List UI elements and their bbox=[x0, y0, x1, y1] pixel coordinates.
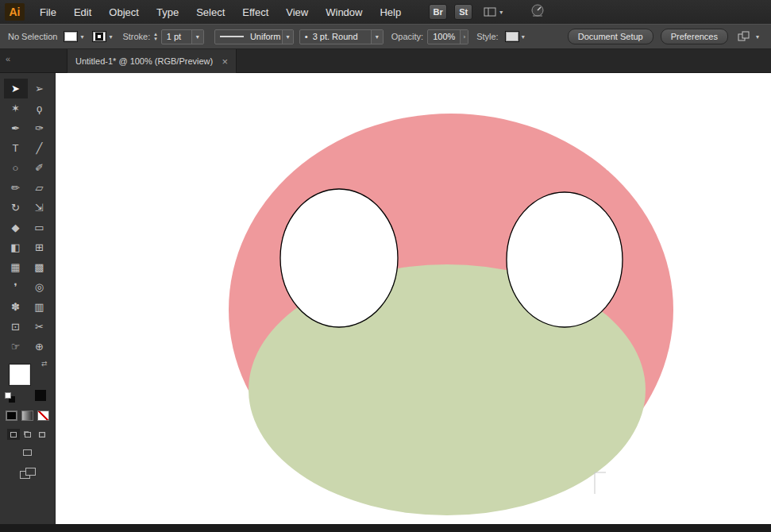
type-tool[interactable]: T bbox=[4, 138, 28, 158]
chevron-down-icon[interactable]: ▾ bbox=[282, 30, 292, 44]
stock-button[interactable]: St bbox=[454, 4, 472, 20]
opacity-field[interactable]: 100% › bbox=[427, 29, 468, 44]
stroke-proxy-swatch[interactable] bbox=[35, 390, 46, 401]
menu-help[interactable]: Help bbox=[371, 0, 410, 24]
rotate-tool[interactable]: ↻ bbox=[4, 198, 28, 218]
chevron-down-icon[interactable]: ▾ bbox=[371, 30, 383, 44]
slice-tool-icon: ✂ bbox=[35, 321, 44, 333]
brush-name: 3 pt. Round bbox=[313, 32, 371, 41]
stepper-down-icon[interactable]: ▾ bbox=[154, 37, 157, 41]
screen-mode-icon bbox=[23, 449, 32, 456]
collapse-panel-icon[interactable]: « bbox=[6, 54, 10, 64]
symbol-sprayer-tool[interactable]: ✽ bbox=[4, 297, 28, 317]
magic-wand-tool[interactable]: ✶ bbox=[4, 98, 28, 118]
default-fill-stroke-icon[interactable] bbox=[5, 392, 15, 403]
tool-grid: ➤➢✶ϙ✒✑T╱○✐✏▱↻⇲◆▭◧⊞▦▩❜◎✽▥⊡✂☞⊕ bbox=[4, 79, 52, 357]
document-tab-title: Untitled-1* @ 100% (RGB/Preview) bbox=[75, 56, 213, 66]
stroke-weight-dropdown[interactable]: 1 pt ▾ bbox=[161, 29, 204, 44]
paintbrush-tool-icon: ✐ bbox=[35, 162, 44, 174]
ellipse-tool-icon: ○ bbox=[13, 162, 19, 174]
menu-edit[interactable]: Edit bbox=[65, 0, 100, 24]
window-arrange-icon[interactable] bbox=[20, 468, 36, 480]
chevron-down-icon[interactable]: ▾ bbox=[191, 30, 203, 44]
opacity-expand-icon[interactable]: › bbox=[460, 30, 468, 44]
selection-tool[interactable]: ➤ bbox=[4, 79, 28, 98]
app-gauge-icon[interactable] bbox=[530, 3, 545, 21]
magic-wand-tool-icon: ✶ bbox=[11, 102, 20, 114]
draw-normal-button[interactable] bbox=[7, 429, 20, 440]
line-segment-tool[interactable]: ╱ bbox=[28, 138, 52, 158]
column-graph-tool[interactable]: ▥ bbox=[28, 297, 52, 317]
fill-proxy-swatch[interactable] bbox=[10, 364, 30, 385]
ellipse-tool[interactable]: ○ bbox=[4, 158, 28, 178]
artwork-svg[interactable] bbox=[56, 73, 771, 524]
stroke-color-control[interactable]: ▾ bbox=[92, 31, 114, 42]
gradient-tool-icon: ▩ bbox=[34, 261, 44, 273]
curvature-tool-icon: ✑ bbox=[35, 122, 44, 134]
draw-behind-button[interactable] bbox=[21, 429, 34, 440]
bridge-button[interactable]: Br bbox=[429, 4, 447, 20]
chevron-down-icon: ▾ bbox=[106, 33, 114, 40]
graphic-style-dropdown[interactable]: ▾ bbox=[505, 31, 527, 42]
fill-color-swatch[interactable] bbox=[64, 31, 78, 42]
artboard-tool[interactable]: ⊡ bbox=[4, 317, 28, 337]
none-button[interactable] bbox=[37, 411, 49, 421]
app-logo: Ai bbox=[5, 3, 25, 21]
left-eye-ellipse[interactable] bbox=[280, 189, 398, 327]
screen-mode-button[interactable] bbox=[21, 447, 35, 458]
width-tool[interactable]: ◆ bbox=[4, 218, 28, 237]
swap-fill-stroke-icon[interactable]: ⇄ bbox=[41, 360, 48, 368]
width-profile-dropdown[interactable]: Uniform ▾ bbox=[214, 29, 294, 44]
direct-selection-tool[interactable]: ➢ bbox=[28, 79, 52, 98]
mesh-tool[interactable]: ▦ bbox=[4, 257, 28, 277]
brush-dropdown[interactable]: • 3 pt. Round ▾ bbox=[299, 29, 384, 44]
menu-effect[interactable]: Effect bbox=[233, 0, 277, 24]
brush-preview-icon: • bbox=[300, 32, 313, 41]
fill-color-control[interactable]: ▾ bbox=[64, 31, 86, 42]
pen-tool[interactable]: ✒ bbox=[4, 118, 28, 138]
blend-tool[interactable]: ◎ bbox=[28, 277, 52, 297]
draw-inside-button[interactable] bbox=[36, 429, 48, 440]
hand-tool[interactable]: ☞ bbox=[4, 337, 28, 357]
scale-tool[interactable]: ⇲ bbox=[28, 198, 52, 218]
right-eye-ellipse[interactable] bbox=[507, 192, 623, 327]
close-icon[interactable]: × bbox=[215, 56, 228, 67]
document-setup-button[interactable]: Document Setup bbox=[568, 29, 653, 44]
arrange-dropdown[interactable]: ▾ bbox=[738, 31, 761, 42]
zoom-tool[interactable]: ⊕ bbox=[28, 337, 52, 357]
stroke-color-swatch[interactable] bbox=[92, 31, 106, 42]
eraser-tool[interactable]: ▱ bbox=[28, 178, 52, 198]
gradient-tool[interactable]: ▩ bbox=[28, 257, 52, 277]
menu-file[interactable]: File bbox=[31, 0, 65, 24]
preferences-button[interactable]: Preferences bbox=[661, 29, 728, 44]
menu-type[interactable]: Type bbox=[148, 0, 187, 24]
menu-object[interactable]: Object bbox=[100, 0, 148, 24]
stroke-weight-stepper[interactable]: ▴ ▾ bbox=[154, 32, 157, 41]
artboard-canvas[interactable] bbox=[56, 73, 771, 524]
curvature-tool[interactable]: ✑ bbox=[28, 118, 52, 138]
free-transform-tool[interactable]: ▭ bbox=[28, 218, 52, 237]
chevron-down-icon: ▾ bbox=[499, 9, 503, 16]
style-label: Style: bbox=[476, 32, 499, 41]
color-button[interactable] bbox=[6, 411, 17, 421]
pencil-tool[interactable]: ✏ bbox=[4, 178, 28, 198]
document-tab[interactable]: Untitled-1* @ 100% (RGB/Preview) × bbox=[67, 49, 237, 73]
paintbrush-tool[interactable]: ✐ bbox=[28, 158, 52, 178]
lasso-tool[interactable]: ϙ bbox=[28, 98, 52, 118]
shape-builder-tool[interactable]: ◧ bbox=[4, 237, 28, 257]
perspective-grid-tool[interactable]: ⊞ bbox=[28, 237, 52, 257]
gradient-button[interactable] bbox=[21, 411, 33, 421]
menu-window[interactable]: Window bbox=[317, 0, 371, 24]
eyedropper-tool[interactable]: ❜ bbox=[4, 277, 28, 297]
menu-select[interactable]: Select bbox=[187, 0, 233, 24]
workspace-switcher[interactable]: ▾ bbox=[484, 7, 503, 17]
rotate-tool-icon: ↻ bbox=[11, 202, 20, 214]
pencil-tool-icon: ✏ bbox=[11, 182, 20, 194]
graphic-style-swatch[interactable] bbox=[505, 31, 519, 42]
menu-items: FileEditObjectTypeSelectEffectViewWindow… bbox=[31, 0, 410, 24]
slice-tool[interactable]: ✂ bbox=[28, 317, 52, 337]
partial-rect-outline[interactable] bbox=[595, 472, 606, 494]
menu-view[interactable]: View bbox=[277, 0, 317, 24]
opacity-label[interactable]: Opacity: bbox=[391, 32, 423, 41]
stroke-weight-value: 1 pt bbox=[162, 32, 191, 41]
